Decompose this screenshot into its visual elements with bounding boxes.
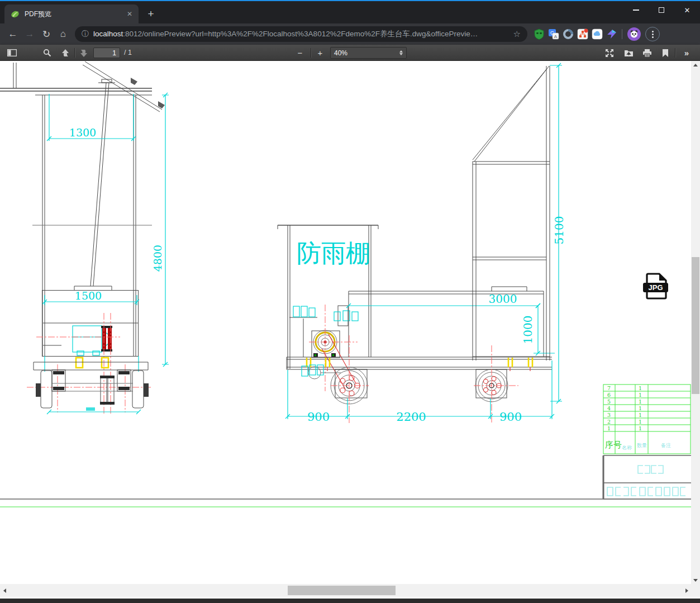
shield-icon [534,29,545,40]
tb-row-no: 4 [607,405,611,411]
toolbar-separator [74,48,75,58]
minimize-button[interactable] [623,1,649,19]
horizontal-scroll-thumb[interactable] [288,586,396,595]
dimension-label: 3000 [489,292,517,306]
arrow-up-icon [61,49,70,58]
scroll-right-arrow[interactable] [682,584,691,597]
jpg-label: JPG [648,283,663,292]
extension-bird[interactable] [604,27,619,41]
bookmark-star-icon[interactable]: ☆ [513,29,521,39]
dimension-label: 4800 [151,245,164,272]
scroll-down-arrow[interactable] [691,576,700,584]
tb-row-qty: 1 [639,398,642,405]
kebab-icon [652,31,654,38]
profile-avatar[interactable] [627,27,641,41]
tab-bar: PDF预览 ✕ + ✕ [0,1,700,23]
title-block: 7 1 6 1 5 1 4 1 3 1 2 1 1 1 序号 名称 数量 [603,384,691,499]
tab-pdf-preview[interactable]: PDF预览 ✕ [4,4,139,23]
next-page-button[interactable] [77,46,91,59]
extension-sitemap[interactable] [575,27,590,41]
window-controls: ✕ [623,1,700,20]
tb-row-qty: 1 [639,412,642,418]
browser-menu-button[interactable] [645,27,660,41]
tb-row-no: 5 [607,398,611,405]
new-tab-button[interactable]: + [143,7,159,22]
cloud-icon [592,29,603,40]
back-button[interactable]: ← [4,26,21,42]
jpg-file-icon: JPG [643,274,668,298]
pdf-page: 1300 4800 1500 [0,61,700,584]
home-button[interactable]: ⌂ [55,26,72,42]
address-bar[interactable]: ⓘ localhost:8012/onlinePreview?url=http%… [75,26,527,42]
extensions-row: G A [532,27,660,41]
tab-close-icon[interactable]: ✕ [125,10,135,18]
toolbar-separator [311,48,311,58]
vertical-scroll-thumb[interactable] [692,257,699,394]
open-file-button[interactable] [621,46,636,59]
close-button[interactable]: ✕ [674,1,700,19]
tb-row-qty: 1 [639,419,642,425]
tb-row-no: 2 [607,419,611,425]
dimension-label: 900 [499,410,522,424]
extension-translate[interactable]: G A [546,27,561,41]
tb-header-qty: 数量 [637,443,647,448]
spring-leaf-favicon [11,10,20,18]
bird-icon [606,29,617,40]
placeholder-glyphs [607,466,687,496]
front-view: 1300 4800 1500 [0,61,169,414]
zoom-in-button[interactable]: + [313,46,327,59]
panda-face-icon [630,30,639,39]
translate-icon: G A [548,29,559,40]
sidebar-icon [7,49,17,56]
browser-window: PDF预览 ✕ + ✕ ← → ↻ ⌂ ⓘ localhost:8012/onl… [0,0,700,603]
scroll-left-arrow[interactable] [0,584,9,597]
scroll-up-arrow[interactable] [691,61,700,69]
extension-ring[interactable] [561,27,575,41]
url-text: localhost:8012/onlinePreview?url=http%3A… [93,29,509,39]
tb-header-name: 名称 [622,445,632,450]
window-bottom-edge [0,599,700,603]
browser-toolbar: ← → ↻ ⌂ ⓘ localhost:8012/onlinePreview?u… [0,23,700,45]
print-button[interactable] [640,46,654,59]
page-total-label: / 1 [124,49,132,56]
tb-row-qty: 1 [639,425,642,431]
org-chart-icon [577,29,588,40]
tb-header-no: 序号 [605,440,622,450]
search-button[interactable] [40,46,54,59]
dimension-label: 1300 [69,126,96,139]
tb-row-no: 7 [607,385,611,391]
site-info-icon[interactable]: ⓘ [82,29,89,39]
current-view-button[interactable] [658,46,673,59]
tb-header-note: 备注 [661,443,671,448]
zoom-value: 40% [334,49,347,57]
horizontal-scrollbar[interactable] [0,584,700,597]
maximize-button[interactable] [649,1,674,19]
toolbar-separator [622,29,622,39]
dimension-label: 5100 [553,216,566,245]
page-number-input[interactable] [93,48,120,58]
presentation-mode-button[interactable] [602,46,617,59]
extension-cloud[interactable] [590,27,604,41]
tb-row-no: 1 [607,425,611,431]
shelter-label: 防雨棚 [297,239,370,267]
zoom-select[interactable]: 40% [330,47,407,59]
tb-row-no: 6 [607,392,611,398]
tb-row-qty: 1 [639,405,642,411]
zoom-out-button[interactable]: − [293,46,307,59]
reload-button[interactable]: ↻ [38,26,55,42]
tb-row-qty: 1 [639,392,642,398]
bookmark-icon [662,49,669,58]
dimension-label: 900 [307,410,330,424]
tb-row-qty: 1 [639,385,642,391]
extension-tampermonkey[interactable] [532,27,546,41]
arrow-down-icon [79,49,88,58]
vertical-scrollbar[interactable] [691,61,700,584]
search-icon [43,49,51,57]
side-view: 防雨棚 3000 1000 [278,63,566,424]
sidebar-toggle-button[interactable] [4,46,19,59]
previous-page-button[interactable] [58,46,73,59]
forward-button[interactable]: → [21,26,38,42]
fullscreen-icon [605,49,614,58]
more-tools-button[interactable]: » [679,46,694,59]
dimension-label: 1000 [521,316,535,344]
